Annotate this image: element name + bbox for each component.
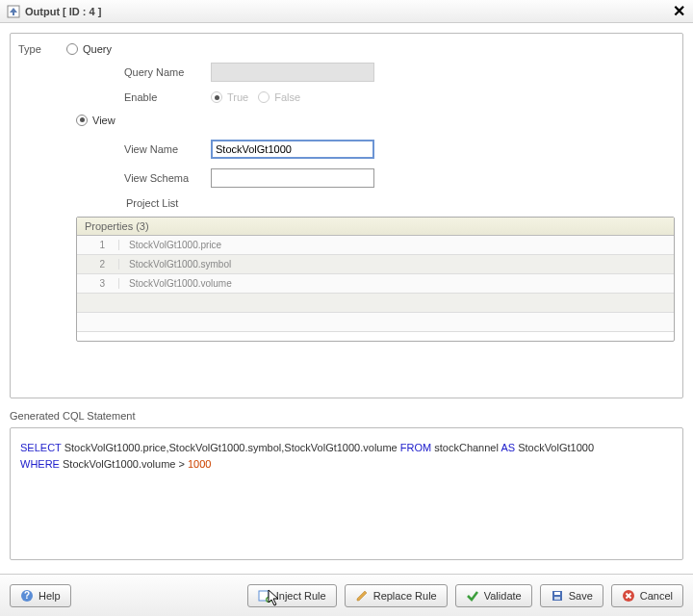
titlebar: Output [ ID : 4 ] ✕ [0, 0, 693, 23]
table-row [77, 294, 674, 313]
row-value: StockVolGt1000.symbol [119, 259, 231, 270]
svg-rect-6 [554, 592, 560, 595]
view-schema-input[interactable] [211, 168, 374, 188]
query-radio[interactable]: Query [66, 43, 112, 55]
save-label: Save [569, 590, 593, 602]
radio-icon [66, 43, 78, 55]
svg-rect-7 [554, 597, 560, 600]
save-icon [551, 589, 564, 603]
query-name-input [211, 63, 374, 82]
type-panel: Type Query Query Name Enable True False [10, 33, 683, 398]
radio-icon [211, 91, 222, 103]
up-arrow-icon [6, 4, 21, 19]
replace-label: Replace Rule [373, 590, 437, 602]
generated-cql-panel: Generated CQL Statement SELECT StockVolG… [10, 410, 683, 560]
view-section: View View Name View Schema Project List … [76, 113, 675, 342]
view-name-label: View Name [124, 143, 211, 155]
enable-true-radio: True [211, 91, 248, 103]
cql-val: 1000 [188, 458, 211, 470]
footer: ? Help Inject Rule Replace Rule Validate… [0, 574, 693, 616]
enable-false-radio: False [258, 91, 300, 103]
row-value: StockVolGt1000.price [119, 240, 221, 250]
view-details: View Name View Schema Project List [124, 140, 675, 209]
type-query-row: Type Query [18, 43, 675, 55]
view-radio[interactable]: View [76, 115, 116, 126]
table-row[interactable]: 1 StockVolGt1000.price [77, 236, 674, 255]
content-area: Type Query Query Name Enable True False [0, 23, 693, 574]
close-icon[interactable]: ✕ [673, 2, 685, 20]
query-section: Query Name Enable True False [124, 63, 675, 103]
help-icon: ? [20, 589, 34, 603]
cancel-button[interactable]: Cancel [611, 584, 683, 607]
help-button[interactable]: ? Help [10, 584, 71, 607]
view-radio-label: View [92, 115, 116, 126]
cancel-label: Cancel [640, 590, 673, 602]
replace-rule-button[interactable]: Replace Rule [345, 584, 448, 607]
enable-label: Enable [124, 91, 211, 103]
true-label: True [227, 91, 248, 103]
inject-rule-button[interactable]: Inject Rule [247, 584, 337, 607]
help-label: Help [38, 590, 61, 602]
pencil-icon [355, 589, 369, 603]
dialog-title: Output [ ID : 4 ] [25, 6, 101, 17]
false-label: False [274, 91, 300, 103]
cql-source: stockChannel [434, 442, 499, 453]
table-row[interactable]: 3 StockVolGt1000.volume [77, 274, 674, 294]
kw-select: SELECT [20, 442, 62, 453]
inject-label: Inject Rule [276, 590, 326, 602]
kw-from: FROM [400, 442, 431, 453]
row-index: 3 [77, 278, 119, 289]
cancel-icon [622, 589, 635, 603]
generated-cql-label: Generated CQL Statement [10, 410, 683, 422]
kw-where: WHERE [20, 458, 60, 470]
project-list-label: Project List [126, 197, 675, 209]
row-value: StockVolGt1000.volume [119, 278, 232, 289]
cql-cond-col: StockVolGt1000.volume [63, 458, 175, 470]
cql-alias: StockVolGt1000 [518, 442, 594, 453]
row-index: 2 [77, 259, 119, 270]
kw-as: AS [500, 442, 515, 453]
generated-cql-text: SELECT StockVolGt1000.price,StockVolGt10… [10, 427, 683, 560]
validate-label: Validate [484, 590, 522, 602]
cql-op: > [178, 458, 184, 470]
table-row [77, 313, 674, 332]
table-row[interactable]: 2 StockVolGt1000.symbol [77, 255, 674, 274]
query-name-label: Query Name [124, 66, 211, 78]
query-radio-label: Query [83, 43, 112, 55]
view-name-input[interactable] [211, 140, 374, 159]
row-index: 1 [77, 240, 119, 250]
radio-icon [258, 91, 270, 103]
type-label: Type [18, 43, 66, 55]
cql-cols: StockVolGt1000.price,StockVolGt1000.symb… [64, 442, 398, 453]
inject-icon [258, 589, 271, 603]
properties-table: Properties (3) 1 StockVolGt1000.price 2 … [76, 217, 675, 342]
svg-text:?: ? [24, 590, 30, 601]
table-body: 1 StockVolGt1000.price 2 StockVolGt1000.… [77, 236, 674, 332]
radio-icon [76, 115, 88, 126]
check-icon [466, 589, 479, 603]
view-schema-label: View Schema [124, 172, 211, 184]
save-button[interactable]: Save [540, 584, 603, 607]
validate-button[interactable]: Validate [455, 584, 532, 607]
table-header: Properties (3) [77, 218, 674, 236]
